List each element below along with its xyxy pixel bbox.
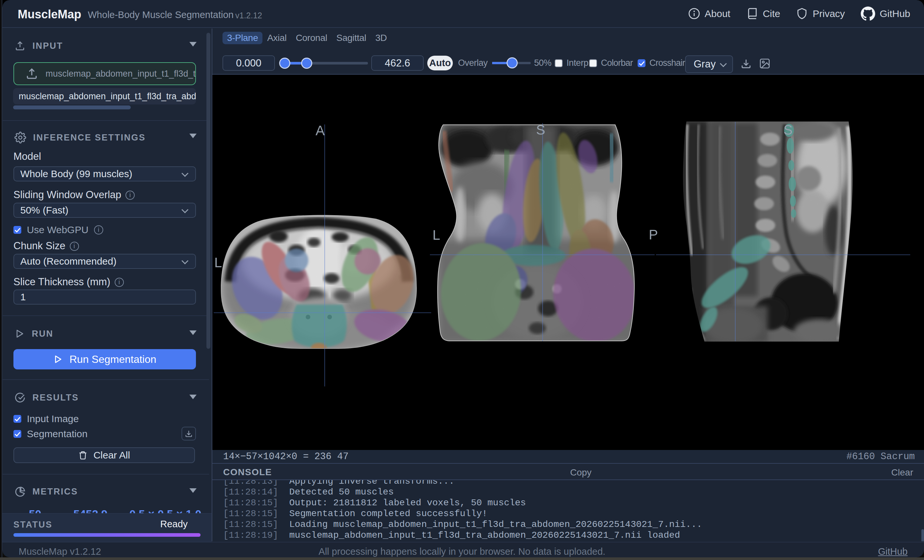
svg-text:P: P: [649, 227, 658, 243]
svg-text:L: L: [432, 227, 440, 243]
svg-text:A: A: [315, 123, 325, 138]
svg-text:L: L: [214, 255, 222, 270]
svg-text:S: S: [536, 122, 545, 138]
svg-text:S: S: [783, 122, 793, 138]
